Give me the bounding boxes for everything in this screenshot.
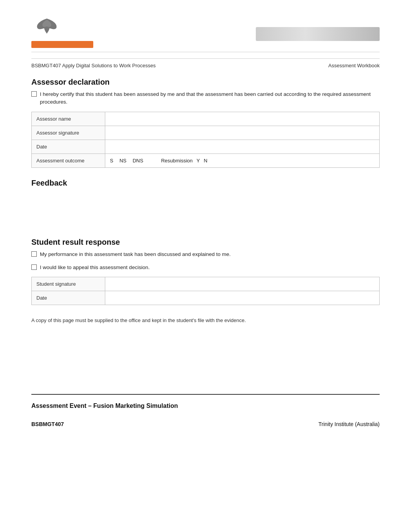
logo-bar [31,41,93,48]
logo-section [31,15,155,48]
resubmission-label: Resubmission [161,158,193,164]
student-date-value[interactable] [105,291,380,305]
assessor-date-label: Date [32,140,105,153]
table-row: Date [32,291,380,305]
student-appeal-text: I would like to appeal this assessment d… [40,264,150,271]
feedback-content-area[interactable] [31,191,380,222]
student-result-section: Student result response My performance i… [31,238,380,305]
assessor-info-table: Assessor name Assessor signature Date As… [31,112,380,168]
assessor-signature-label: Assessor signature [32,126,105,140]
table-row: Assessor name [32,112,380,126]
assessment-event-title: Assessment Event – Fusion Marketing Simu… [31,402,380,409]
table-row: Date [32,140,380,153]
student-result-title: Student result response [31,238,380,247]
header-banner-image [256,27,380,41]
student-signature-label: Student signature [32,277,105,291]
bottom-section: Assessment Event – Fusion Marketing Simu… [31,394,380,427]
resubmission-option-y[interactable]: Y [197,158,200,164]
student-discussed-text: My performance in this assessment task h… [40,251,231,258]
bottom-left-label: BSBMGT407 [31,421,64,427]
feedback-title: Feedback [31,179,380,188]
assessment-outcome-row: Assessment outcome S NS DNS Resubmission… [32,153,380,167]
logo-icon [31,15,62,39]
header-right [155,15,380,41]
header [31,15,380,48]
course-code-title: BSBMGT407 Apply Digital Solutions to Wor… [31,63,156,68]
assessor-name-label: Assessor name [32,112,105,126]
outcome-options-cell: S NS DNS Resubmission Y N [105,153,380,167]
footer-note: A copy of this page must be supplied to … [31,317,380,324]
assessor-name-value[interactable] [105,112,380,126]
outcome-option-s[interactable]: S [110,158,113,164]
student-discussed-checkbox[interactable] [31,251,37,257]
document-type: Assessment Workbook [328,63,380,68]
table-row: Student signature [32,277,380,291]
assessor-certification-row: I hereby certify that this student has b… [31,90,380,106]
outcome-label: Assessment outcome [32,153,105,167]
student-info-table: Student signature Date [31,277,380,305]
assessor-declaration-section: Assessor declaration I hereby certify th… [31,78,380,168]
student-result-checkbox-row-1: My performance in this assessment task h… [31,251,380,258]
assessor-date-value[interactable] [105,140,380,153]
student-signature-value[interactable] [105,277,380,291]
bottom-footer-row: BSBMGT407 Trinity Institute (Australia) [31,417,380,427]
bottom-center-label: Trinity Institute (Australia) [319,421,380,427]
outcome-option-dns[interactable]: DNS [133,158,143,164]
outcome-options-group: S NS DNS Resubmission Y N [110,158,375,164]
outcome-option-ns[interactable]: NS [120,158,127,164]
student-appeal-checkbox[interactable] [31,264,37,270]
assessor-signature-value[interactable] [105,126,380,140]
assessor-declaration-title: Assessor declaration [31,78,380,87]
resubmission-option-n[interactable]: N [204,158,207,164]
doc-info-row: BSBMGT407 Apply Digital Solutions to Wor… [31,58,380,71]
resubmission-section: Resubmission Y N [161,158,207,164]
student-result-checkbox-row-2: I would like to appeal this assessment d… [31,264,380,271]
feedback-section: Feedback [31,179,380,222]
assessor-certification-checkbox[interactable] [31,91,37,97]
student-date-label: Date [32,291,105,305]
assessor-certification-text: I hereby certify that this student has b… [40,90,380,106]
table-row: Assessor signature [32,126,380,140]
